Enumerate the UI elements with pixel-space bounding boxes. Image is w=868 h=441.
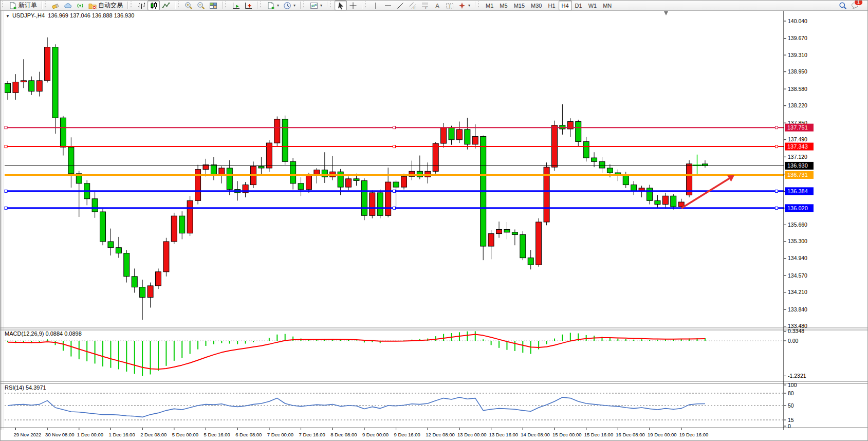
hline-handle[interactable] (775, 190, 778, 192)
arrows-tool-button[interactable]: ▾ (456, 1, 472, 10)
macd-scale-label: -1.2321 (788, 373, 806, 379)
search-button[interactable] (837, 1, 849, 10)
auto-scroll-button[interactable] (230, 1, 242, 10)
tf-m30[interactable]: M30 (528, 1, 545, 10)
time-axis-label: 5 Dec 00:00 (172, 432, 198, 437)
zoom-out-button[interactable] (195, 1, 207, 10)
fibonacci-tool-button[interactable]: F (419, 1, 431, 10)
text-label-tool-button[interactable]: T (444, 1, 456, 10)
trendline-tool-button[interactable] (394, 1, 407, 10)
tiles-icon (209, 2, 217, 10)
time-axis-label: 16 Dec 08:00 (616, 432, 645, 437)
tf-w1-label: W1 (588, 3, 597, 9)
rsi-scale-label: 0 (788, 423, 791, 429)
crosshair-button[interactable] (347, 1, 359, 10)
new-order-label: 新订单 (19, 1, 37, 10)
horizontal-line-tool-button[interactable] (382, 1, 394, 10)
signals-button[interactable] (74, 1, 86, 10)
candle-chart-mode-button[interactable] (147, 1, 160, 10)
hline-handle[interactable] (393, 126, 396, 129)
new-chart-button[interactable]: ▾ (265, 1, 281, 10)
tf-d1[interactable]: D1 (572, 1, 585, 10)
dropdown-caret-icon[interactable]: ▾ (320, 3, 322, 8)
auto-trading-button[interactable]: 自动交易 (86, 1, 125, 10)
new-order-button[interactable]: 新订单 (7, 1, 39, 10)
hline-handle[interactable] (5, 145, 7, 148)
toolbar-grip[interactable] (44, 2, 47, 9)
hline-handle[interactable] (775, 145, 778, 148)
periods-button[interactable]: ▾ (281, 1, 298, 10)
autoscroll-icon (232, 2, 240, 10)
hline-handle[interactable] (393, 207, 396, 209)
toolbar-grip[interactable] (2, 2, 4, 9)
hline-icon (384, 2, 392, 10)
toolbar-grip[interactable] (303, 2, 305, 9)
tf-mn[interactable]: MN (600, 1, 615, 10)
collapse-triangle-icon[interactable]: ▼ (6, 14, 10, 19)
toolbar-grip[interactable] (225, 2, 227, 9)
time-axis-label: 7 Dec 16:00 (299, 432, 325, 437)
toolbar-grip[interactable] (329, 2, 332, 9)
toolbar-group-4 (228, 1, 256, 10)
candles-icon (150, 2, 158, 10)
community-button[interactable]: 1 (849, 1, 861, 10)
toolbar-separator (300, 2, 301, 9)
price-tick-label: 134.940 (788, 255, 807, 261)
price-tick-label: 135.300 (788, 238, 807, 244)
chart-canvas[interactable]: 140.040139.670139.310138.950138.580138.2… (1, 1, 868, 441)
toolbar-group-0: 新订单 (5, 1, 41, 10)
hline-handle[interactable] (775, 126, 778, 129)
price-badge-label: 136.384 (787, 188, 808, 194)
tf-h1[interactable]: H1 (545, 1, 558, 10)
tf-m1[interactable]: M1 (483, 1, 496, 10)
dropdown-caret-icon[interactable]: ▾ (293, 3, 296, 8)
time-axis-label: 1 Dec 00:00 (77, 432, 103, 437)
tile-windows-button[interactable] (207, 1, 219, 10)
toolbar-separator (42, 2, 42, 9)
linechart-icon (162, 2, 170, 10)
highlight-tool-button[interactable] (49, 1, 62, 10)
toolbar-group-6: ▾ (306, 1, 326, 10)
auto-trading-label: 自动交易 (98, 1, 123, 10)
equidistant-channel-tool-button[interactable]: E (407, 1, 419, 10)
tf-w1[interactable]: W1 (585, 1, 600, 10)
dropdown-caret-icon[interactable]: ▾ (277, 3, 279, 8)
tf-m15[interactable]: M15 (511, 1, 528, 10)
hline-handle[interactable] (775, 207, 778, 209)
toolbar-separator (362, 2, 362, 9)
indicators-button[interactable]: ▾ (308, 1, 324, 10)
tf-h4[interactable]: H4 (559, 1, 572, 10)
textA-icon: A (433, 2, 441, 10)
chart-title[interactable]: ▼USDJPY-,H4 136.969 137.046 136.888 136.… (6, 12, 134, 19)
toolbar-grip[interactable] (364, 2, 367, 9)
vertical-line-tool-button[interactable] (370, 1, 382, 10)
price-tick-label: 138.220 (788, 102, 807, 108)
hline-handle[interactable] (5, 190, 7, 192)
time-axis-label: 14 Dec 08:00 (521, 432, 550, 437)
tf-m5[interactable]: M5 (496, 1, 510, 10)
toolbar-grip[interactable] (477, 2, 480, 9)
notification-badge: 1 (854, 0, 863, 6)
tf-mn-label: MN (603, 3, 612, 9)
line-chart-mode-button[interactable] (160, 1, 172, 10)
cursor-button[interactable] (335, 1, 347, 10)
time-axis-label: 13 Dec 00:00 (457, 432, 487, 437)
time-axis-label: 2 Dec 08:00 (140, 432, 167, 437)
toolbar-grip[interactable] (260, 2, 262, 9)
hline-handle[interactable] (5, 126, 7, 129)
hline-handle[interactable] (393, 190, 396, 192)
dropdown-caret-icon[interactable]: ▾ (468, 3, 470, 8)
cloud-button[interactable] (62, 1, 74, 10)
chart-shift-button[interactable] (242, 1, 254, 10)
price-badge-label: 136.731 (787, 172, 808, 178)
zoom-in-button[interactable] (182, 1, 195, 10)
bar-chart-mode-button[interactable] (135, 1, 147, 10)
hline-handle[interactable] (5, 207, 7, 209)
toolbar-separator (475, 2, 475, 9)
price-tick-label: 134.210 (788, 289, 807, 295)
hline-handle[interactable] (393, 145, 396, 148)
price-badge-label: 136.930 (787, 162, 808, 169)
toolbar-grip[interactable] (130, 2, 133, 9)
toolbar-grip[interactable] (177, 2, 180, 9)
text-tool-button[interactable]: A (431, 1, 444, 10)
